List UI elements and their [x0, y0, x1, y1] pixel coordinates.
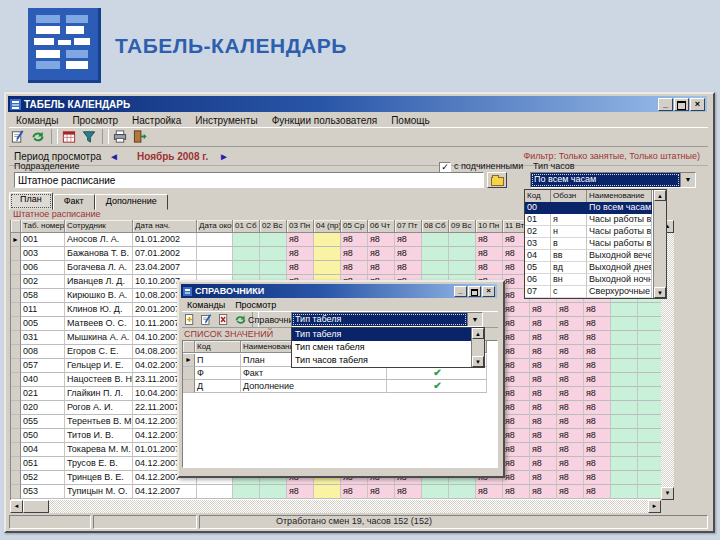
- day-cell[interactable]: [233, 261, 260, 275]
- employee-name-cell[interactable]: Трусов Е. В.: [65, 457, 133, 471]
- day-cell[interactable]: я8: [476, 485, 503, 499]
- day-cell[interactable]: [611, 345, 638, 359]
- row-selector[interactable]: [11, 359, 21, 373]
- employee-number-cell[interactable]: 055: [21, 415, 65, 429]
- end-date-cell[interactable]: [197, 233, 233, 247]
- day-cell[interactable]: я8: [530, 485, 557, 499]
- day-cell[interactable]: я8: [584, 359, 611, 373]
- start-date-cell[interactable]: 04.12.2007: [133, 485, 197, 499]
- day-cell[interactable]: я8: [530, 457, 557, 471]
- start-date-cell[interactable]: 01.01.2002: [133, 233, 197, 247]
- day-cell[interactable]: я8: [503, 485, 530, 499]
- browse-button[interactable]: [487, 172, 507, 188]
- employee-number-cell[interactable]: 057: [21, 359, 65, 373]
- row-selector[interactable]: [11, 275, 21, 289]
- end-date-cell[interactable]: [197, 247, 233, 261]
- dropdown-scrollbar[interactable]: ▲ ▼: [653, 190, 666, 298]
- chevron-down-icon[interactable]: ▼: [467, 313, 482, 326]
- day-cell[interactable]: [260, 485, 287, 499]
- day-cell[interactable]: я8: [503, 303, 530, 317]
- day-cell[interactable]: [611, 415, 638, 429]
- end-date-cell[interactable]: [197, 485, 233, 499]
- day-cell[interactable]: я8: [530, 303, 557, 317]
- day-cell[interactable]: я8: [530, 429, 557, 443]
- day-cell[interactable]: я8: [503, 317, 530, 331]
- employee-number-cell[interactable]: 011: [21, 303, 65, 317]
- employee-number-cell[interactable]: 051: [21, 457, 65, 471]
- day-cell[interactable]: я8: [503, 359, 530, 373]
- maximize-icon[interactable]: [468, 286, 481, 297]
- day-cell[interactable]: я8: [503, 415, 530, 429]
- day-cell[interactable]: я8: [503, 401, 530, 415]
- day-cell[interactable]: я8: [503, 471, 530, 485]
- day-cell[interactable]: [233, 247, 260, 261]
- day-column-header[interactable]: 03 Пн: [287, 220, 314, 233]
- day-cell[interactable]: [314, 233, 341, 247]
- employee-number-cell[interactable]: 002: [21, 275, 65, 289]
- employee-name-cell[interactable]: Терентьев В. М.: [65, 415, 133, 429]
- row-selector[interactable]: [11, 415, 21, 429]
- day-cell[interactable]: [611, 331, 638, 345]
- department-input[interactable]: Штатное расписание: [14, 172, 484, 188]
- employee-name-cell[interactable]: Кирюшко В. А.: [65, 289, 133, 303]
- dropdown-row[interactable]: 03вЧасы работы в вечернее вр: [525, 238, 654, 250]
- day-cell[interactable]: я8: [584, 457, 611, 471]
- day-cell[interactable]: я8: [584, 471, 611, 485]
- employee-number-cell[interactable]: 003: [21, 247, 65, 261]
- day-cell[interactable]: я8: [530, 471, 557, 485]
- day-cell[interactable]: я8: [503, 373, 530, 387]
- directory-combo[interactable]: Тип табеля ▼: [291, 312, 483, 327]
- day-cell[interactable]: [449, 261, 476, 275]
- refresh-icon[interactable]: [30, 129, 48, 145]
- day-cell[interactable]: [638, 359, 662, 373]
- employee-name-cell[interactable]: Глайкин П. Л.: [65, 387, 133, 401]
- day-cell[interactable]: [611, 471, 638, 485]
- employee-number-cell[interactable]: 004: [21, 443, 65, 457]
- dropdown-option[interactable]: Тип часов табеля: [292, 354, 472, 367]
- dropdown-row[interactable]: 00По всем часам: [525, 202, 654, 214]
- employee-name-cell[interactable]: Бажанова Т. В.: [65, 247, 133, 261]
- day-cell[interactable]: [638, 373, 662, 387]
- day-cell[interactable]: я8: [557, 415, 584, 429]
- menu-item[interactable]: Просмотр: [65, 114, 125, 127]
- column-header[interactable]: Сотрудник: [65, 220, 133, 233]
- day-cell[interactable]: [638, 331, 662, 345]
- day-cell[interactable]: [611, 317, 638, 331]
- day-cell[interactable]: [638, 401, 662, 415]
- scroll-up-icon[interactable]: ▲: [654, 190, 666, 201]
- day-cell[interactable]: я8: [584, 443, 611, 457]
- tab-Факт[interactable]: Факт: [53, 194, 95, 210]
- day-cell[interactable]: я8: [395, 261, 422, 275]
- day-cell[interactable]: я8: [368, 233, 395, 247]
- day-cell[interactable]: я8: [287, 247, 314, 261]
- dropdown-row[interactable]: 01яЧасы работы в дневное вре: [525, 214, 654, 226]
- day-cell[interactable]: я8: [530, 401, 557, 415]
- day-cell[interactable]: я8: [557, 401, 584, 415]
- scroll-down-icon[interactable]: ▼: [472, 356, 484, 367]
- filter-icon[interactable]: [81, 129, 99, 145]
- day-cell[interactable]: я8: [341, 233, 368, 247]
- refresh-icon[interactable]: [234, 312, 249, 326]
- day-cell[interactable]: [638, 457, 662, 471]
- day-cell[interactable]: я8: [503, 457, 530, 471]
- employee-number-cell[interactable]: 053: [21, 485, 65, 499]
- start-date-cell[interactable]: 07.01.2002: [133, 247, 197, 261]
- row-selector[interactable]: [183, 367, 195, 380]
- employee-number-cell[interactable]: 040: [21, 373, 65, 387]
- day-cell[interactable]: я8: [530, 331, 557, 345]
- print-icon[interactable]: [112, 129, 130, 145]
- day-cell[interactable]: я8: [341, 247, 368, 261]
- day-cell[interactable]: я8: [530, 359, 557, 373]
- day-cell[interactable]: я8: [557, 471, 584, 485]
- dropdown-row[interactable]: 05вдВыходной дневной: [525, 262, 654, 274]
- day-cell[interactable]: [260, 261, 287, 275]
- row-selector[interactable]: [11, 261, 21, 275]
- employee-name-cell[interactable]: Титов И. В.: [65, 429, 133, 443]
- table-row[interactable]: 053Тупицын М. О.04.12.2007я8я8я8я8я8я8я8…: [11, 485, 662, 499]
- day-column-header[interactable]: 08 Сб: [422, 220, 449, 233]
- day-cell[interactable]: я8: [557, 331, 584, 345]
- day-cell[interactable]: [449, 247, 476, 261]
- day-cell[interactable]: [314, 247, 341, 261]
- day-cell[interactable]: я8: [368, 247, 395, 261]
- row-selector[interactable]: [11, 331, 21, 345]
